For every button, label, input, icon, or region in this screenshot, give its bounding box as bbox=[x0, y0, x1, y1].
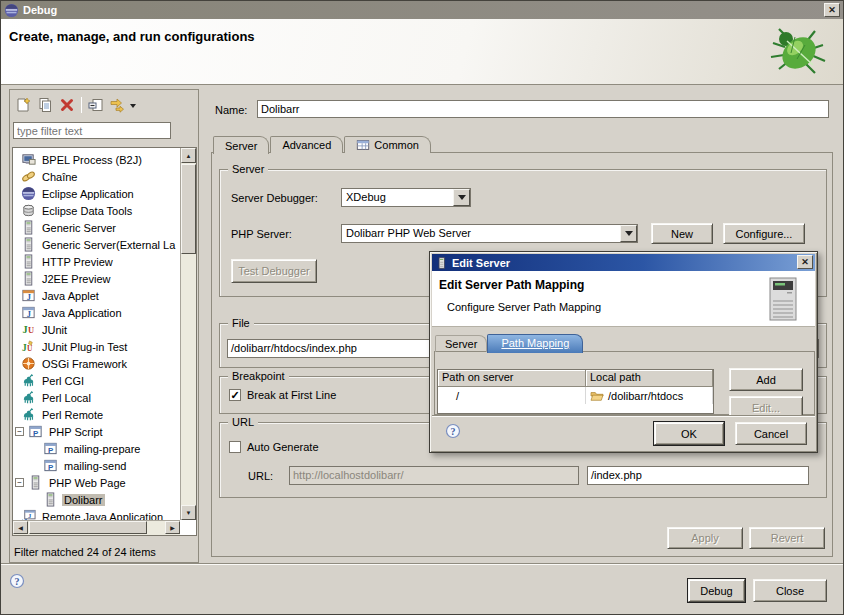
tree-item-php-web-page[interactable]: −PHP Web Page bbox=[13, 474, 180, 491]
help-icon[interactable] bbox=[445, 423, 461, 439]
tree-horizontal-scrollbar[interactable]: ◀ ▶ bbox=[13, 520, 180, 535]
break-first-line-checkbox[interactable]: ✓ Break at First Line bbox=[229, 389, 336, 401]
server-group-title: Server bbox=[228, 163, 268, 175]
tree-item-label: OSGi Framework bbox=[40, 358, 129, 370]
chevron-down-icon[interactable] bbox=[453, 189, 470, 206]
help-icon[interactable] bbox=[9, 573, 25, 589]
column-local-path[interactable]: Local path bbox=[586, 370, 713, 387]
tree-item-java-applet[interactable]: Java Applet bbox=[13, 287, 180, 304]
menu-caret-icon[interactable] bbox=[130, 104, 136, 111]
duplicate-button[interactable] bbox=[34, 94, 56, 116]
debug-button[interactable]: Debug bbox=[688, 579, 745, 602]
php-icon bbox=[43, 441, 58, 456]
apply-button[interactable]: Apply bbox=[667, 527, 743, 549]
mapping-row[interactable]: //dolibarr/htdocs bbox=[438, 387, 713, 404]
server-debugger-select[interactable]: XDebug bbox=[341, 188, 471, 207]
scroll-thumb[interactable] bbox=[181, 164, 196, 254]
scroll-right-icon[interactable]: ▶ bbox=[165, 521, 180, 534]
close-icon[interactable]: ✕ bbox=[824, 3, 840, 17]
tree-item-label: JUnit Plug-in Test bbox=[40, 341, 129, 353]
debug-bug-icon bbox=[765, 23, 829, 77]
tree-item-perl-remote[interactable]: Perl Remote bbox=[13, 406, 180, 423]
bpel-process-icon bbox=[21, 152, 36, 167]
close-icon[interactable]: ✕ bbox=[797, 255, 813, 269]
tab-server[interactable]: Server bbox=[435, 335, 487, 352]
name-label: Name: bbox=[215, 104, 247, 116]
tree-item-eclipse-application[interactable]: Eclipse Application bbox=[13, 185, 180, 202]
php-server-label: PHP Server: bbox=[231, 228, 292, 240]
tree-item-eclipse-data-tools[interactable]: Eclipse Data Tools bbox=[13, 202, 180, 219]
tree-item-java-application[interactable]: Java Application bbox=[13, 304, 180, 321]
test-debugger-button[interactable]: Test Debugger bbox=[231, 259, 317, 283]
tree-item-remote-java-application[interactable]: Remote Java Application bbox=[13, 508, 180, 520]
path-on-server-cell[interactable]: / bbox=[438, 387, 586, 404]
base-url-input[interactable]: http://localhostdolibarr/ bbox=[289, 466, 579, 485]
name-input[interactable]: Dolibarr bbox=[257, 100, 829, 118]
sidebar-toolbar bbox=[12, 93, 140, 117]
ok-button[interactable]: OK bbox=[654, 422, 724, 445]
breakpoint-group-title: Breakpoint bbox=[228, 370, 289, 382]
filter-input[interactable] bbox=[13, 122, 171, 139]
tree-item-php-script[interactable]: −PHP Script bbox=[13, 423, 180, 440]
tree-item-dolibarr[interactable]: Dolibarr bbox=[13, 491, 180, 508]
auto-generate-checkbox[interactable]: Auto Generate bbox=[229, 441, 319, 453]
auto-generate-label: Auto Generate bbox=[247, 441, 319, 453]
cancel-button[interactable]: Cancel bbox=[735, 422, 807, 445]
scroll-down-icon[interactable]: ▼ bbox=[181, 505, 196, 520]
checkbox-checked-icon[interactable]: ✓ bbox=[229, 389, 241, 401]
column-path-on-server[interactable]: Path on server bbox=[438, 370, 586, 387]
url-group-title: URL bbox=[228, 416, 258, 428]
filter-launch-button[interactable] bbox=[107, 94, 129, 116]
php-icon bbox=[43, 458, 58, 473]
tree-item-osgi-framework[interactable]: OSGi Framework bbox=[13, 355, 180, 372]
new-config-button[interactable] bbox=[12, 94, 34, 116]
new-server-button[interactable]: New bbox=[651, 223, 713, 244]
chevron-down-icon[interactable] bbox=[620, 225, 637, 242]
tab-path-mapping[interactable]: Path Mapping bbox=[487, 334, 583, 353]
scroll-left-icon[interactable]: ◀ bbox=[13, 521, 28, 534]
server-debugger-label: Server Debugger: bbox=[231, 192, 318, 204]
scroll-thumb[interactable] bbox=[29, 521, 147, 534]
tree-item-perl-cgi[interactable]: Perl CGI bbox=[13, 372, 180, 389]
tab-common[interactable]: Common bbox=[344, 136, 431, 153]
collapse-expander-icon[interactable]: − bbox=[15, 478, 24, 487]
configure-server-button[interactable]: Configure... bbox=[723, 223, 805, 244]
tree-item-j2ee-preview[interactable]: J2EE Preview bbox=[13, 270, 180, 287]
collapse-expander-icon[interactable]: − bbox=[15, 427, 24, 436]
tree-item-cha-ne[interactable]: Chaîne bbox=[13, 168, 180, 185]
server-icon bbox=[43, 492, 58, 507]
tree-item-bpel-process-b2j[interactable]: BPEL Process (B2J) bbox=[13, 151, 180, 168]
tree-item-perl-local[interactable]: Perl Local bbox=[13, 389, 180, 406]
php-server-select[interactable]: Dolibarr PHP Web Server bbox=[341, 224, 638, 243]
database-icon bbox=[21, 203, 36, 218]
server-icon bbox=[21, 271, 36, 286]
local-path-cell[interactable]: /dolibarr/htdocs bbox=[586, 387, 713, 404]
eclipse-application-icon bbox=[21, 186, 36, 201]
tree-item-generic-server[interactable]: Generic Server bbox=[13, 219, 180, 236]
close-button[interactable]: Close bbox=[753, 579, 827, 602]
tree-item-junit[interactable]: JUnit bbox=[13, 321, 180, 338]
collapse-all-button[interactable] bbox=[85, 94, 107, 116]
filter-status-text: Filter matched 24 of 24 items bbox=[14, 546, 156, 558]
tree-vertical-scrollbar[interactable]: ▲ ▼ bbox=[180, 148, 196, 520]
window-title: Debug bbox=[23, 4, 57, 16]
scroll-up-icon[interactable]: ▲ bbox=[181, 148, 196, 163]
tree-item-mailing-send[interactable]: mailing-send bbox=[13, 457, 180, 474]
delete-button[interactable] bbox=[56, 94, 78, 116]
url-path-input[interactable]: /index.php bbox=[587, 466, 809, 485]
add-mapping-button[interactable]: Add bbox=[729, 368, 803, 391]
server-icon bbox=[21, 254, 36, 269]
tree-item-http-preview[interactable]: HTTP Preview bbox=[13, 253, 180, 270]
window-titlebar[interactable]: Debug ✕ bbox=[1, 1, 843, 19]
tab-advanced[interactable]: Advanced bbox=[270, 136, 343, 153]
revert-button[interactable]: Revert bbox=[749, 527, 825, 549]
dialog-titlebar[interactable]: Edit Server ✕ bbox=[432, 254, 815, 271]
tree-item-mailing-prepare[interactable]: mailing-prepare bbox=[13, 440, 180, 457]
perl-icon bbox=[21, 373, 36, 388]
checkbox-unchecked-icon[interactable] bbox=[229, 441, 241, 453]
tree-item-junit-plug-in-test[interactable]: JUnit Plug-in Test bbox=[13, 338, 180, 355]
tree-item-generic-server-external-la[interactable]: Generic Server(External La bbox=[13, 236, 180, 253]
tab-server[interactable]: Server bbox=[213, 136, 269, 154]
tree-item-label: Java Application bbox=[40, 307, 124, 319]
page-title: Create, manage, and run configurations bbox=[9, 29, 255, 44]
